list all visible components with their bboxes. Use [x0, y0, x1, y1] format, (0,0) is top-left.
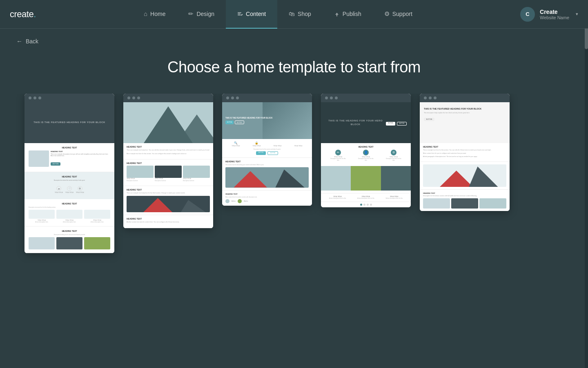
t3-hero-text: THIS IS THE FEATURED HEADING FOR YOUR BL… [225, 117, 273, 119]
window-dot [33, 96, 36, 99]
svg-rect-0 [238, 12, 241, 13]
window-dot [38, 96, 41, 99]
t2-img-cell [155, 166, 182, 178]
t4-heading-1: HEADING TEXT [324, 146, 408, 148]
nav-links: ⌂ Home ✏ Design Content 🛍 Shop [36, 0, 520, 29]
t4-ic-text-3: Description text here for this item [385, 158, 402, 161]
browser-chrome-4 [321, 94, 411, 102]
t1-section-3: HEADING TEXT Description text area here … [24, 199, 114, 227]
svg-rect-2 [238, 15, 241, 16]
t5-body-4: Description for the bottom section with … [423, 195, 506, 197]
nav-support[interactable]: ⚙ Support [373, 0, 424, 29]
t3-cta-row: BUTTON BUTTON [225, 151, 309, 155]
t1-heading-4: HEADING TEXT [29, 230, 110, 232]
user-info[interactable]: Create Website Name [540, 9, 569, 20]
page-scrollbar[interactable] [585, 0, 588, 368]
t5-body-2: More content here for you to configure a… [423, 153, 506, 155]
t3-avatar-2 [238, 199, 242, 203]
nav-home-label: Home [150, 11, 165, 17]
nav-design-label: Design [196, 11, 214, 17]
svg-rect-1 [238, 13, 241, 14]
t3-cta-1: BUTTON [256, 151, 266, 155]
t3-body-3: More content here for another section wi… [225, 196, 309, 198]
t3-icon-4: ↗ TITLE TITLE [294, 141, 303, 147]
t1-icon-label: TITLE TITLE [55, 192, 63, 193]
template-card-5[interactable]: THIS IS THE FEATURED HEADING FOR YOUR BL… [420, 94, 510, 211]
t3-hero-text-area: THIS IS THE FEATURED HEADING FOR YOUR BL… [225, 117, 273, 124]
t4-list-text: A short description here for this [324, 197, 351, 199]
template-body-3: THIS IS THE FEATURED HEADING FOR YOUR BL… [222, 102, 312, 206]
t1-icon-3: ✿ TITLE TITLE [76, 186, 84, 193]
t1-icon-circle: ✿ [78, 186, 82, 191]
app-logo[interactable]: create. [10, 9, 36, 20]
t1-icon-label: TITLE TITLE [65, 192, 74, 193]
t1-icon-2: ♡ TITLE TITLE [65, 186, 74, 193]
t2-body-3: This is an example text body here for th… [127, 192, 210, 194]
t4-icon-list: TITLE TITLE A short description here for… [324, 196, 408, 199]
template-body-2: HEADING TEXT This is an example text bod… [123, 102, 213, 228]
nav-design[interactable]: ✏ Design [177, 0, 226, 29]
t1-image [29, 150, 49, 167]
t4-section-2: TITLE TITLE A short description here for… [321, 193, 411, 202]
t3-icon-2: 🔒 TITLE TITLE [253, 141, 261, 147]
window-dot [127, 96, 130, 99]
t4-btn-pair: BUTTON BUTTON [386, 122, 407, 126]
t1-icon-circle: ♡ [67, 186, 72, 191]
nav-publish[interactable]: Publish [323, 0, 373, 29]
design-icon: ✏ [188, 10, 194, 18]
t4-list-text: A short description here for this [381, 197, 408, 199]
template-body-4: THIS IS THE HEADING FOR YOUR HERO BLOCK … [321, 102, 411, 207]
t1-body-text: This is an example description text you … [51, 153, 110, 157]
t4-hero-text: THIS IS THE HEADING FOR YOUR HERO BLOCK [325, 119, 386, 126]
t5-red-triangle [440, 171, 473, 187]
t5-section-3: HEADING TEXT Description for the bottom … [420, 190, 510, 211]
t3-btn-1: BUTTON [225, 121, 234, 124]
t5-body-3: A third paragraph of description text. T… [423, 156, 506, 158]
t1-section-4: HEADING TEXT Description heading text fo… [24, 227, 114, 253]
chevron-down-icon: ▾ [576, 11, 578, 17]
window-dot [236, 96, 239, 99]
t5-img-2 [451, 198, 478, 209]
t5-image-row [423, 198, 506, 209]
t3-heart-icon: ♡ [274, 141, 282, 145]
t2-img-cell [183, 166, 210, 178]
nav-content[interactable]: Content [226, 0, 277, 29]
browser-chrome-5 [420, 94, 510, 102]
t3-hero: THIS IS THE FEATURED HEADING FOR YOUR BL… [222, 102, 312, 139]
t4-band [321, 166, 411, 193]
nav-home[interactable]: ⌂ Home [132, 0, 177, 29]
window-dot [226, 96, 229, 99]
template-card-4[interactable]: THIS IS THE HEADING FOR YOUR HERO BLOCK … [321, 94, 411, 207]
t1-section-1: HEADING TEXT HEADING TEXT This is an exa… [24, 143, 114, 172]
t1-icon-circle: ☁ [56, 186, 61, 191]
t4-img-b2 [351, 166, 381, 191]
t5-hero-para: This description helps explain the hero … [424, 112, 506, 114]
t2-body-1: This is an example text body here. You c… [127, 149, 210, 151]
t4-img-b3 [381, 166, 411, 191]
t1-img-row: HEADING TEXT This is an example descript… [29, 150, 110, 167]
support-icon: ⚙ [384, 10, 390, 18]
t2-img-2: TITLE TITLE Description text here [155, 166, 182, 182]
t2-heading-4: HEADING TEXT [127, 218, 210, 220]
nav-shop[interactable]: 🛍 Shop [277, 0, 323, 29]
back-button[interactable]: ← Back [0, 29, 588, 54]
t2-label-2: TITLE TITLE [155, 178, 182, 180]
t3-icon-label: TITLE TITLE [294, 145, 303, 147]
template-card-2[interactable]: HEADING TEXT This is an example text bod… [123, 94, 213, 228]
template-card-1[interactable]: THIS IS THE FEATURED HEADING FOR YOUR BL… [24, 94, 114, 253]
t1-heading-1: HEADING TEXT [29, 146, 110, 149]
t3-author-name-1: Author [232, 200, 236, 202]
t3-heading-2: HEADING TEXT [225, 160, 309, 163]
window-dot [137, 96, 140, 99]
user-avatar[interactable]: C [520, 7, 535, 22]
t3-section-3: HEADING TEXT More content here for anoth… [222, 191, 312, 206]
t2-pyramid [144, 106, 193, 143]
browser-chrome-1 [24, 94, 114, 102]
t1-icon-1: ☁ TITLE TITLE [55, 186, 63, 193]
template-card-3[interactable]: THIS IS THE FEATURED HEADING FOR YOUR BL… [222, 94, 312, 206]
t4-ic-text-2: Description text here for this item [358, 158, 374, 161]
window-dot [424, 96, 427, 99]
t3-avatar-1 [225, 199, 229, 203]
t4-footer-dots [321, 202, 411, 207]
t3-section-2: HEADING TEXT This section has text descr… [222, 158, 312, 191]
